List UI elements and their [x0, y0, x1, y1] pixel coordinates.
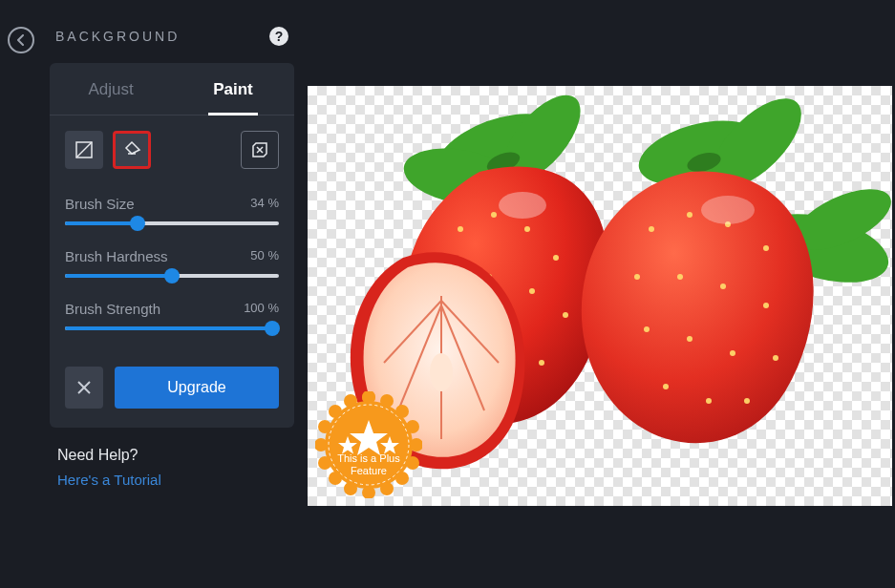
- slider-label: Brush Size: [65, 196, 135, 212]
- badge-text: This is a Plus Feature: [315, 452, 422, 477]
- close-icon: [76, 380, 92, 395]
- remove-section-icon: [250, 140, 269, 159]
- upgrade-button[interactable]: Upgrade: [115, 367, 279, 409]
- svg-point-32: [763, 245, 769, 251]
- slider-value: 100 %: [244, 301, 279, 317]
- help-title: Need Help?: [57, 447, 287, 472]
- svg-point-45: [499, 192, 546, 219]
- badge-line2: Feature: [351, 465, 387, 476]
- svg-point-50: [380, 394, 394, 408]
- actions-row: Upgrade: [50, 361, 294, 428]
- svg-point-51: [395, 405, 409, 418]
- panel-title: BACKGROUND: [55, 29, 180, 44]
- svg-point-17: [491, 212, 497, 218]
- left-rail: [0, 0, 42, 588]
- slider-thumb[interactable]: [130, 216, 145, 231]
- svg-point-29: [649, 226, 654, 232]
- svg-point-19: [553, 255, 559, 261]
- svg-point-41: [663, 384, 669, 389]
- canvas-area: This is a Plus Feature: [308, 0, 895, 588]
- svg-point-18: [524, 226, 530, 232]
- svg-point-64: [344, 394, 357, 408]
- tab-paint[interactable]: Paint: [172, 63, 294, 115]
- cancel-button[interactable]: [65, 367, 103, 409]
- sliders: Brush Size 34 % Brush Hardness 50 %: [50, 177, 294, 361]
- help-button[interactable]: ?: [269, 27, 288, 46]
- svg-point-38: [687, 336, 693, 342]
- tool-row: [50, 116, 294, 177]
- svg-point-26: [539, 360, 544, 366]
- paint-card: Adjust Paint Brush Size 34 %: [50, 63, 294, 428]
- svg-point-39: [730, 350, 735, 356]
- svg-point-30: [687, 212, 693, 218]
- svg-point-36: [763, 303, 769, 308]
- slider-value: 50 %: [250, 248, 279, 264]
- help-block: Need Help? Here's a Tutorial: [50, 428, 294, 507]
- slider-brush-size: Brush Size 34 %: [65, 186, 279, 239]
- slider-thumb[interactable]: [265, 321, 280, 336]
- svg-point-37: [644, 326, 650, 332]
- plus-feature-badge: This is a Plus Feature: [315, 391, 422, 498]
- svg-point-56: [380, 482, 394, 495]
- svg-point-62: [318, 420, 331, 433]
- slider-track-strength[interactable]: [65, 326, 279, 330]
- restore-tool-button[interactable]: [65, 131, 103, 169]
- slider-label: Brush Hardness: [65, 248, 168, 264]
- svg-point-44: [430, 353, 453, 391]
- slider-brush-strength: Brush Strength 100 %: [65, 291, 279, 344]
- tab-adjust[interactable]: Adjust: [50, 63, 172, 115]
- side-panel: BACKGROUND ? Adjust Paint Bru: [42, 0, 308, 588]
- remove-section-button[interactable]: [241, 131, 279, 169]
- svg-point-33: [634, 274, 640, 280]
- svg-point-34: [677, 274, 683, 280]
- tutorial-link[interactable]: Here's a Tutorial: [57, 472, 287, 488]
- svg-point-43: [744, 398, 750, 404]
- brush-tool-button[interactable]: [113, 131, 151, 169]
- slider-thumb[interactable]: [164, 268, 180, 284]
- back-arrow-icon: [15, 34, 27, 46]
- svg-point-52: [406, 420, 419, 433]
- editor-canvas[interactable]: This is a Plus Feature: [308, 86, 892, 506]
- slider-track-size[interactable]: [65, 221, 279, 225]
- tool-group-left: [65, 131, 151, 169]
- badge-line1: This is a Plus: [337, 452, 399, 464]
- slider-value: 34 %: [250, 196, 279, 212]
- svg-point-35: [720, 284, 726, 289]
- panel-header: BACKGROUND ?: [50, 27, 294, 63]
- brush-icon: [122, 140, 141, 159]
- svg-point-42: [706, 398, 712, 404]
- slider-brush-hardness: Brush Hardness 50 %: [65, 239, 279, 291]
- restore-icon: [75, 140, 94, 159]
- svg-point-16: [458, 226, 463, 232]
- svg-point-46: [701, 196, 755, 224]
- top-bar-gap: [308, 0, 895, 86]
- svg-point-58: [344, 482, 357, 495]
- badge-shape-icon: [315, 391, 422, 498]
- tabs: Adjust Paint: [50, 63, 294, 116]
- slider-label: Brush Strength: [65, 301, 160, 317]
- svg-point-23: [563, 312, 568, 318]
- svg-line-1: [76, 142, 92, 158]
- slider-track-hardness[interactable]: [65, 274, 279, 278]
- back-button[interactable]: [8, 27, 34, 53]
- svg-point-22: [529, 288, 535, 294]
- svg-point-63: [329, 405, 342, 418]
- svg-point-40: [773, 355, 778, 361]
